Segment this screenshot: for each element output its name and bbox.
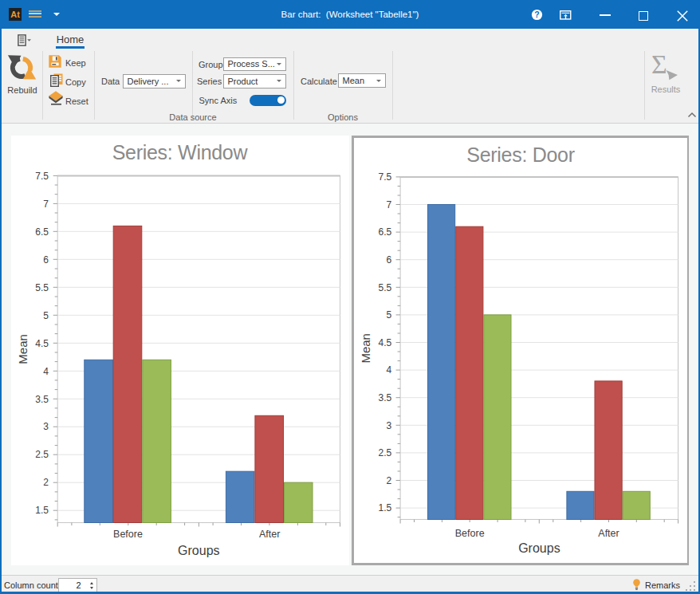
svg-text:Mean: Mean xyxy=(359,333,372,364)
svg-text:5: 5 xyxy=(43,310,49,321)
svg-text:6: 6 xyxy=(43,254,49,266)
svg-text:2.5: 2.5 xyxy=(379,447,392,458)
svg-text:Mean: Mean xyxy=(16,334,29,364)
svg-text:After: After xyxy=(598,528,619,539)
svg-text:3: 3 xyxy=(43,421,49,432)
svg-text:6.5: 6.5 xyxy=(379,226,392,238)
svg-text:4.5: 4.5 xyxy=(379,337,392,348)
svg-text:3.5: 3.5 xyxy=(379,392,392,403)
svg-text:2: 2 xyxy=(43,477,49,488)
svg-text:After: After xyxy=(259,529,280,540)
svg-text:Before: Before xyxy=(455,528,485,539)
svg-text:5.5: 5.5 xyxy=(35,282,49,293)
svg-text:7.5: 7.5 xyxy=(35,171,49,182)
svg-text:2: 2 xyxy=(387,475,392,486)
svg-text:7.5: 7.5 xyxy=(379,171,392,183)
svg-text:Before: Before xyxy=(113,529,143,540)
svg-text:4: 4 xyxy=(43,366,49,377)
svg-text:5.5: 5.5 xyxy=(379,282,392,293)
svg-text:3: 3 xyxy=(387,420,392,431)
svg-text:Groups: Groups xyxy=(178,544,219,557)
svg-text:Series: Door: Series: Door xyxy=(466,144,574,166)
svg-text:5: 5 xyxy=(387,309,392,321)
svg-text:7: 7 xyxy=(43,199,49,210)
svg-text:?: ? xyxy=(534,10,539,19)
svg-text:3.5: 3.5 xyxy=(35,394,49,405)
svg-text:6: 6 xyxy=(387,254,392,266)
svg-text:7: 7 xyxy=(387,199,392,210)
svg-text:6.5: 6.5 xyxy=(35,226,49,238)
svg-text:2.5: 2.5 xyxy=(35,449,49,460)
svg-text:Groups: Groups xyxy=(518,541,560,555)
svg-text:Series: Window: Series: Window xyxy=(112,141,249,163)
svg-text:1.5: 1.5 xyxy=(35,505,49,516)
svg-text:4.5: 4.5 xyxy=(35,338,49,349)
svg-text:4: 4 xyxy=(387,364,392,376)
svg-text:1.5: 1.5 xyxy=(379,502,392,513)
